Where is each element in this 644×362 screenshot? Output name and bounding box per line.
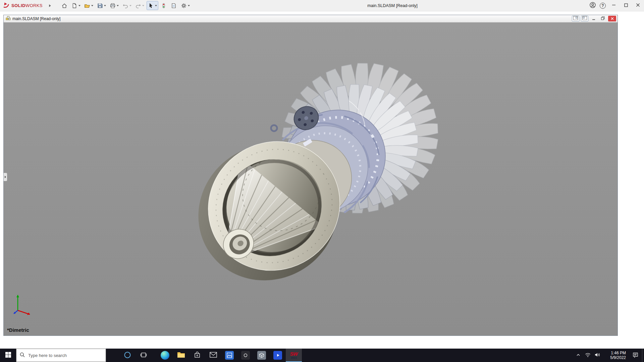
minimize-button[interactable] — [608, 0, 620, 11]
pane-left-icon — [573, 16, 578, 21]
home-icon — [61, 3, 67, 9]
taskbar-app-store[interactable] — [189, 349, 205, 362]
file-properties-button[interactable] — [169, 1, 178, 10]
document-window: main.SLDASM [Read-only] — [3, 15, 618, 336]
quick-access-toolbar — [60, 1, 191, 10]
pane-left-button[interactable] — [572, 16, 579, 21]
select-button[interactable] — [147, 1, 158, 10]
tray-expand-button[interactable] — [574, 349, 583, 362]
show-desktop-strip[interactable] — [642, 349, 644, 362]
dropdown-caret-icon — [129, 5, 131, 6]
maximize-icon — [624, 3, 628, 8]
view-orientation-label: *Dimetric — [7, 327, 29, 333]
dropdown-caret-icon — [117, 5, 119, 6]
volume-icon — [594, 352, 600, 358]
taskbar-app-movies[interactable] — [270, 349, 286, 362]
taskbar-spacer — [152, 349, 157, 362]
taskbar-spacer — [106, 349, 119, 362]
taskbar-app-camera[interactable] — [237, 349, 254, 362]
taskbar-app-file-explorer[interactable] — [173, 349, 189, 362]
open-button[interactable] — [83, 1, 95, 10]
brand-bold: SOLID — [11, 3, 25, 8]
action-center-button[interactable] — [629, 349, 642, 362]
screen: SOLIDWORKS main.SLDASM [Read-only] ? — [0, 0, 644, 362]
edge-icon — [161, 351, 169, 360]
assembly-icon — [6, 16, 11, 21]
mail-icon — [210, 352, 217, 359]
redo-button[interactable] — [134, 1, 146, 10]
undo-button[interactable] — [121, 1, 133, 10]
pane-right-icon — [582, 16, 587, 21]
task-view-button[interactable] — [136, 349, 152, 362]
help-button[interactable]: ? — [598, 0, 608, 11]
chevron-up-icon — [576, 353, 581, 358]
orientation-triad — [11, 290, 38, 318]
jet-engine-model — [4, 22, 618, 336]
search-icon — [20, 352, 25, 359]
solidworks-logo-glyph: SW — [290, 351, 298, 356]
cortana-button[interactable] — [119, 349, 136, 362]
windows-start-icon — [5, 352, 11, 359]
movies-icon — [273, 351, 282, 360]
account-icon — [589, 2, 596, 9]
toolbar-expand-arrow-icon[interactable] — [49, 4, 51, 7]
dropdown-caret-icon — [188, 5, 190, 6]
new-document-button[interactable] — [70, 1, 82, 10]
new-document-icon — [71, 3, 77, 9]
app-title: main.SLDASM [Read-only] — [367, 0, 417, 11]
child-restore-button[interactable] — [599, 16, 606, 21]
start-button[interactable] — [0, 349, 16, 362]
edrawings-icon — [257, 351, 266, 360]
select-cursor-icon — [148, 3, 154, 9]
rebuild-icon — [161, 3, 167, 9]
taskbar-app-mail[interactable] — [205, 349, 221, 362]
taskbar-app-edge[interactable] — [157, 349, 173, 362]
search-input[interactable] — [28, 353, 102, 358]
child-minimize-icon — [592, 16, 595, 21]
child-minimize-button[interactable] — [590, 16, 597, 21]
graphics-viewport[interactable]: *Dimetric — [4, 22, 618, 336]
print-icon — [110, 3, 116, 9]
solidworks-version-badge: 2021 — [291, 357, 297, 359]
taskbar-search[interactable] — [16, 349, 106, 362]
account-button[interactable] — [588, 0, 598, 11]
save-icon — [97, 3, 103, 9]
save-button[interactable] — [96, 1, 107, 10]
store-icon — [194, 352, 201, 359]
dropdown-caret-icon — [91, 5, 93, 6]
maximize-button[interactable] — [620, 0, 632, 11]
taskbar: SW 2021 1:46 PM 5/9/2022 — [0, 349, 644, 362]
options-button[interactable] — [179, 1, 191, 10]
solidworks-icon: SW 2021 — [290, 351, 298, 359]
taskbar-clock[interactable]: 1:46 PM 5/9/2022 — [602, 349, 629, 362]
taskbar-app-photos[interactable] — [221, 349, 237, 362]
camera-icon — [241, 351, 250, 360]
volume-button[interactable] — [592, 349, 602, 362]
brand-light: WORKS — [25, 3, 43, 8]
close-button[interactable] — [632, 0, 644, 11]
print-button[interactable] — [108, 1, 120, 10]
solidworks-logo-icon — [3, 1, 10, 10]
dropdown-caret-icon — [104, 5, 106, 6]
close-icon — [636, 3, 640, 8]
dropdown-caret-icon — [155, 5, 157, 6]
rebuild-button[interactable] — [159, 1, 168, 10]
app-titlebar: SOLIDWORKS main.SLDASM [Read-only] ? — [0, 0, 644, 11]
file-properties-icon — [171, 3, 177, 9]
network-icon — [585, 353, 591, 358]
pane-right-button[interactable] — [581, 16, 588, 21]
document-titlebar[interactable]: main.SLDASM [Read-only] — [4, 15, 618, 22]
child-restore-icon — [601, 16, 605, 21]
network-button[interactable] — [583, 349, 592, 362]
clock-date: 5/9/2022 — [610, 355, 626, 360]
lifting-hook — [271, 125, 277, 131]
document-window-controls — [572, 16, 616, 21]
home-button[interactable] — [60, 1, 69, 10]
dropdown-caret-icon — [78, 5, 80, 6]
child-close-button[interactable] — [608, 16, 616, 21]
redo-icon — [135, 3, 141, 9]
taskbar-app-edrawings[interactable] — [254, 349, 270, 362]
featuremanager-collapse-arrow[interactable] — [4, 173, 7, 181]
taskbar-app-solidworks[interactable]: SW 2021 — [286, 349, 302, 362]
document-title: main.SLDASM [Read-only] — [12, 16, 60, 21]
